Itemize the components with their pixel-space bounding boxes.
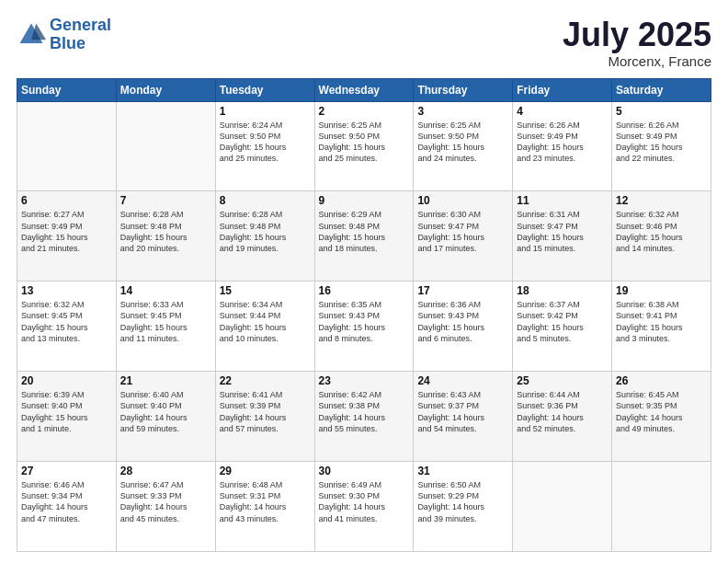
cell-info: Sunrise: 6:43 AMSunset: 9:37 PMDaylight:…: [417, 389, 508, 434]
cell-info: Sunrise: 6:37 AMSunset: 9:42 PMDaylight:…: [517, 299, 608, 344]
cell-info: Sunrise: 6:26 AMSunset: 9:49 PMDaylight:…: [616, 120, 707, 165]
week-row-5: 27Sunrise: 6:46 AMSunset: 9:34 PMDayligh…: [17, 462, 711, 552]
cell-info: Sunrise: 6:33 AMSunset: 9:45 PMDaylight:…: [120, 299, 211, 344]
title-block: July 2025 Morcenx, France: [563, 17, 711, 69]
calendar-cell: 31Sunrise: 6:50 AMSunset: 9:29 PMDayligh…: [414, 462, 513, 552]
cell-info: Sunrise: 6:44 AMSunset: 9:36 PMDaylight:…: [517, 389, 608, 434]
col-header-wednesday: Wednesday: [314, 78, 414, 101]
logo-line1: General: [50, 16, 111, 34]
cell-info: Sunrise: 6:41 AMSunset: 9:39 PMDaylight:…: [220, 389, 311, 434]
day-number: 11: [517, 194, 608, 207]
calendar-cell: 1Sunrise: 6:24 AMSunset: 9:50 PMDaylight…: [215, 101, 314, 191]
calendar-cell: 30Sunrise: 6:49 AMSunset: 9:30 PMDayligh…: [314, 462, 414, 552]
day-number: 24: [417, 374, 508, 387]
calendar-cell: 25Sunrise: 6:44 AMSunset: 9:36 PMDayligh…: [513, 372, 612, 462]
day-number: 14: [120, 284, 211, 297]
day-number: 20: [21, 374, 112, 387]
calendar-cell: [612, 462, 711, 552]
day-number: 18: [517, 284, 608, 297]
calendar-cell: 16Sunrise: 6:35 AMSunset: 9:43 PMDayligh…: [314, 282, 414, 372]
day-number: 12: [616, 194, 707, 207]
calendar-cell: 14Sunrise: 6:33 AMSunset: 9:45 PMDayligh…: [116, 282, 215, 372]
calendar-cell: 9Sunrise: 6:29 AMSunset: 9:48 PMDaylight…: [314, 191, 414, 282]
day-number: 25: [517, 374, 608, 387]
day-number: 5: [616, 105, 707, 118]
calendar-cell: 28Sunrise: 6:47 AMSunset: 9:33 PMDayligh…: [116, 462, 215, 552]
day-number: 13: [21, 284, 112, 297]
cell-info: Sunrise: 6:24 AMSunset: 9:50 PMDaylight:…: [220, 120, 311, 165]
cell-info: Sunrise: 6:49 AMSunset: 9:30 PMDaylight:…: [319, 479, 410, 524]
day-number: 26: [616, 374, 707, 387]
calendar-cell: 26Sunrise: 6:45 AMSunset: 9:35 PMDayligh…: [612, 372, 711, 462]
cell-info: Sunrise: 6:50 AMSunset: 9:29 PMDaylight:…: [417, 479, 508, 524]
cell-info: Sunrise: 6:47 AMSunset: 9:33 PMDaylight:…: [120, 479, 211, 524]
month-title: July 2025: [563, 17, 711, 53]
col-header-sunday: Sunday: [17, 78, 117, 101]
day-number: 16: [319, 284, 410, 297]
cell-info: Sunrise: 6:45 AMSunset: 9:35 PMDaylight:…: [616, 389, 707, 434]
week-row-3: 13Sunrise: 6:32 AMSunset: 9:45 PMDayligh…: [17, 282, 711, 372]
calendar-cell: 5Sunrise: 6:26 AMSunset: 9:49 PMDaylight…: [612, 101, 711, 191]
cell-info: Sunrise: 6:28 AMSunset: 9:48 PMDaylight:…: [120, 209, 211, 254]
cell-info: Sunrise: 6:40 AMSunset: 9:40 PMDaylight:…: [120, 389, 211, 434]
cell-info: Sunrise: 6:35 AMSunset: 9:43 PMDaylight:…: [319, 299, 410, 344]
page: General Blue July 2025 Morcenx, France S…: [0, 0, 728, 563]
calendar-table: SundayMondayTuesdayWednesdayThursdayFrid…: [17, 78, 711, 552]
day-number: 29: [220, 465, 311, 477]
cell-info: Sunrise: 6:30 AMSunset: 9:47 PMDaylight:…: [417, 209, 508, 254]
col-header-monday: Monday: [116, 78, 215, 101]
day-number: 9: [319, 194, 410, 207]
calendar-cell: 11Sunrise: 6:31 AMSunset: 9:47 PMDayligh…: [513, 191, 612, 282]
day-number: 31: [417, 465, 508, 477]
calendar-cell: 7Sunrise: 6:28 AMSunset: 9:48 PMDaylight…: [116, 191, 215, 282]
calendar-cell: 15Sunrise: 6:34 AMSunset: 9:44 PMDayligh…: [215, 282, 314, 372]
calendar-cell: 6Sunrise: 6:27 AMSunset: 9:49 PMDaylight…: [17, 191, 117, 282]
calendar-cell: 29Sunrise: 6:48 AMSunset: 9:31 PMDayligh…: [215, 462, 314, 552]
day-number: 6: [21, 194, 112, 207]
calendar-cell: 22Sunrise: 6:41 AMSunset: 9:39 PMDayligh…: [215, 372, 314, 462]
day-number: 15: [220, 284, 311, 297]
day-number: 21: [120, 374, 211, 387]
calendar-cell: 8Sunrise: 6:28 AMSunset: 9:48 PMDaylight…: [215, 191, 314, 282]
cell-info: Sunrise: 6:25 AMSunset: 9:50 PMDaylight:…: [319, 120, 410, 165]
week-row-2: 6Sunrise: 6:27 AMSunset: 9:49 PMDaylight…: [17, 191, 711, 282]
calendar-cell: 19Sunrise: 6:38 AMSunset: 9:41 PMDayligh…: [612, 282, 711, 372]
calendar-cell: 13Sunrise: 6:32 AMSunset: 9:45 PMDayligh…: [17, 282, 117, 372]
logo-line2: Blue: [50, 34, 85, 52]
calendar-cell: 3Sunrise: 6:25 AMSunset: 9:50 PMDaylight…: [414, 101, 513, 191]
logo: General Blue: [17, 17, 111, 53]
day-number: 23: [319, 374, 410, 387]
cell-info: Sunrise: 6:46 AMSunset: 9:34 PMDaylight:…: [21, 479, 112, 524]
cell-info: Sunrise: 6:42 AMSunset: 9:38 PMDaylight:…: [319, 389, 410, 434]
week-row-4: 20Sunrise: 6:39 AMSunset: 9:40 PMDayligh…: [17, 372, 711, 462]
logo-text: General Blue: [50, 17, 111, 53]
calendar-cell: 23Sunrise: 6:42 AMSunset: 9:38 PMDayligh…: [314, 372, 414, 462]
cell-info: Sunrise: 6:36 AMSunset: 9:43 PMDaylight:…: [417, 299, 508, 344]
calendar-cell: 2Sunrise: 6:25 AMSunset: 9:50 PMDaylight…: [314, 101, 414, 191]
day-number: 28: [120, 465, 211, 477]
logo-icon: [17, 20, 46, 50]
calendar-cell: 21Sunrise: 6:40 AMSunset: 9:40 PMDayligh…: [116, 372, 215, 462]
cell-info: Sunrise: 6:48 AMSunset: 9:31 PMDaylight:…: [220, 479, 311, 524]
cell-info: Sunrise: 6:38 AMSunset: 9:41 PMDaylight:…: [616, 299, 707, 344]
cell-info: Sunrise: 6:34 AMSunset: 9:44 PMDaylight:…: [220, 299, 311, 344]
cell-info: Sunrise: 6:27 AMSunset: 9:49 PMDaylight:…: [21, 209, 112, 254]
calendar-cell: 20Sunrise: 6:39 AMSunset: 9:40 PMDayligh…: [17, 372, 117, 462]
calendar-cell: 4Sunrise: 6:26 AMSunset: 9:49 PMDaylight…: [513, 101, 612, 191]
cell-info: Sunrise: 6:28 AMSunset: 9:48 PMDaylight:…: [220, 209, 311, 254]
calendar-cell: 12Sunrise: 6:32 AMSunset: 9:46 PMDayligh…: [612, 191, 711, 282]
calendar-cell: 27Sunrise: 6:46 AMSunset: 9:34 PMDayligh…: [17, 462, 117, 552]
col-header-thursday: Thursday: [414, 78, 513, 101]
day-number: 17: [417, 284, 508, 297]
day-number: 7: [120, 194, 211, 207]
calendar-cell: [513, 462, 612, 552]
cell-info: Sunrise: 6:25 AMSunset: 9:50 PMDaylight:…: [417, 120, 508, 165]
calendar-cell: [116, 101, 215, 191]
day-number: 1: [220, 105, 311, 118]
calendar-cell: 17Sunrise: 6:36 AMSunset: 9:43 PMDayligh…: [414, 282, 513, 372]
day-number: 2: [319, 105, 410, 118]
header: General Blue July 2025 Morcenx, France: [17, 17, 711, 69]
day-number: 22: [220, 374, 311, 387]
calendar-cell: [17, 101, 117, 191]
day-number: 27: [21, 465, 112, 477]
